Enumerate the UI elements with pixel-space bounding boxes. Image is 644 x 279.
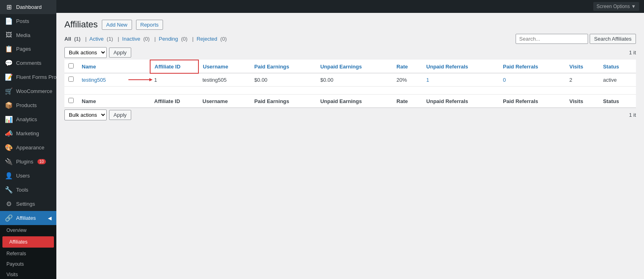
th-rate-link[interactable]: Rate bbox=[396, 64, 408, 70]
sidebar-item-dashboard[interactable]: ⊞ Dashboard bbox=[0, 0, 56, 14]
sidebar-item-label: Users bbox=[16, 173, 30, 179]
row-affiliate-id: 1 bbox=[154, 77, 157, 83]
sidebar-item-label: Dashboard bbox=[16, 4, 42, 10]
bulk-actions-select-top[interactable]: Bulk actions bbox=[64, 47, 107, 58]
sidebar-item-fluent-forms[interactable]: 📝 Fluent Forms Pro bbox=[0, 70, 56, 84]
row-status: active bbox=[603, 77, 617, 83]
search-area: Search Affiliates bbox=[516, 34, 636, 44]
select-all-footer-checkbox[interactable] bbox=[68, 98, 74, 103]
th-name-link[interactable]: Name bbox=[82, 64, 96, 70]
media-icon: 🖼 bbox=[5, 31, 13, 39]
payouts-label: Payouts bbox=[6, 261, 24, 267]
filter-links: All (1) | Active (1) | Inactive (0) | Pe… bbox=[64, 36, 228, 42]
sidebar-item-visits[interactable]: Visits bbox=[0, 269, 56, 279]
th-affiliate-id-label: Affiliate ID bbox=[155, 64, 180, 70]
dashboard-icon: ⊞ bbox=[5, 3, 13, 11]
tools-icon: 🔧 bbox=[5, 186, 13, 194]
sidebar-item-affiliates[interactable]: 🔗 Affiliates ◀ bbox=[0, 211, 56, 225]
row-unpaid-referrals: 1 bbox=[426, 77, 429, 83]
sidebar: ⊞ Dashboard 📄 Posts 🖼 Media 📋 Pages 💬 Co… bbox=[0, 0, 56, 279]
sidebar-item-plugins[interactable]: 🔌 Plugins 10 bbox=[0, 155, 56, 169]
topbar: Screen Options ▼ bbox=[56, 0, 644, 13]
woocommerce-icon: 🛒 bbox=[5, 87, 13, 95]
bulk-actions-select-bottom[interactable]: Bulk actions bbox=[64, 110, 107, 120]
table-footer-row: Name Affiliate ID Username Paid Earnings… bbox=[64, 95, 636, 108]
affiliates-table-wrapper: Name Affiliate ID Username Paid Earnings bbox=[64, 60, 636, 108]
row-name-link[interactable]: testing505 bbox=[82, 77, 106, 83]
add-new-button[interactable]: Add New bbox=[102, 20, 132, 30]
filter-active[interactable]: Active (1) bbox=[89, 36, 115, 42]
apply-button-top[interactable]: Apply bbox=[109, 48, 131, 58]
table-row: testing505 1 testing505 bbox=[64, 73, 636, 87]
count-label-top: 1 it bbox=[629, 50, 636, 56]
row-username-cell: testing505 bbox=[198, 73, 250, 87]
th-paid-earnings-link[interactable]: Paid Earnings bbox=[254, 64, 289, 70]
sidebar-item-label: Affiliates bbox=[16, 215, 36, 221]
sidebar-item-comments[interactable]: 💬 Comments bbox=[0, 56, 56, 70]
overview-label: Overview bbox=[6, 227, 27, 233]
th-paid-referrals-link[interactable]: Paid Referrals bbox=[503, 64, 538, 70]
apply-button-bottom[interactable]: Apply bbox=[109, 110, 131, 120]
th-visits-link[interactable]: Visits bbox=[570, 64, 583, 70]
th-paid-earnings: Paid Earnings bbox=[250, 60, 316, 73]
sidebar-item-products[interactable]: 📦 Products bbox=[0, 98, 56, 112]
sidebar-item-appearance[interactable]: 🎨 Appearance bbox=[0, 141, 56, 155]
row-checkbox-cell bbox=[64, 73, 78, 87]
sidebar-item-analytics[interactable]: 📊 Analytics bbox=[0, 112, 56, 126]
filter-inactive[interactable]: Inactive (0) bbox=[122, 36, 151, 42]
posts-icon: 📄 bbox=[5, 17, 13, 25]
search-input[interactable] bbox=[516, 34, 588, 44]
sidebar-item-label: Pages bbox=[16, 46, 31, 52]
rejected-count: (0) bbox=[220, 36, 227, 42]
tfoot-status: Status bbox=[599, 95, 636, 108]
sidebar-item-marketing[interactable]: 📣 Marketing bbox=[0, 126, 56, 141]
row-unpaid-earnings-cell: $0.00 bbox=[316, 73, 392, 87]
th-status: Status bbox=[599, 60, 636, 73]
sidebar-item-label: Appearance bbox=[16, 145, 44, 151]
sidebar-item-label: Settings bbox=[16, 201, 35, 207]
sidebar-item-label: Tools bbox=[16, 187, 28, 193]
sidebar-item-label: Products bbox=[16, 102, 37, 108]
sidebar-item-affiliates-sub[interactable]: Affiliates bbox=[2, 236, 54, 248]
th-unpaid-earnings-link[interactable]: Unpaid Earnings bbox=[320, 64, 362, 70]
th-status-link[interactable]: Status bbox=[603, 64, 619, 70]
screen-options-button[interactable]: Screen Options ▼ bbox=[593, 2, 639, 11]
affiliates-icon: 🔗 bbox=[5, 214, 13, 222]
filter-all[interactable]: All (1) bbox=[64, 36, 82, 42]
sidebar-item-users[interactable]: 👤 Users bbox=[0, 169, 56, 183]
sidebar-item-pages[interactable]: 📋 Pages bbox=[0, 42, 56, 56]
filter-bar: All (1) | Active (1) | Inactive (0) | Pe… bbox=[64, 34, 636, 44]
sidebar-item-label: Analytics bbox=[16, 116, 37, 122]
select-all-checkbox[interactable] bbox=[68, 63, 74, 68]
filter-pending[interactable]: Pending (0) bbox=[159, 36, 189, 42]
search-button[interactable]: Search Affiliates bbox=[590, 34, 636, 44]
tfoot-checkbox bbox=[64, 95, 78, 108]
affiliates-table: Name Affiliate ID Username Paid Earnings bbox=[64, 60, 636, 108]
th-username-link[interactable]: Username bbox=[203, 64, 228, 70]
reports-button[interactable]: Reports bbox=[136, 20, 163, 30]
row-status-cell: active bbox=[599, 73, 636, 87]
sidebar-item-overview[interactable]: Overview bbox=[0, 225, 56, 236]
tfoot-paid-referrals: Paid Referrals bbox=[499, 95, 566, 108]
th-unpaid-referrals-link[interactable]: Unpaid Referrals bbox=[426, 64, 468, 70]
row-paid-referrals-cell: 0 bbox=[499, 73, 566, 87]
row-checkbox[interactable] bbox=[68, 76, 74, 82]
spacer-row bbox=[64, 87, 636, 95]
sidebar-item-payouts[interactable]: Payouts bbox=[0, 259, 56, 269]
sidebar-item-woocommerce[interactable]: 🛒 WooCommerce bbox=[0, 84, 56, 98]
tfoot-paid-earnings: Paid Earnings bbox=[250, 95, 316, 108]
sidebar-item-label: Fluent Forms Pro bbox=[16, 74, 56, 80]
th-username: Username bbox=[198, 60, 250, 73]
sidebar-item-tools[interactable]: 🔧 Tools bbox=[0, 183, 56, 197]
sidebar-item-label: Media bbox=[16, 32, 30, 38]
sidebar-item-posts[interactable]: 📄 Posts bbox=[0, 14, 56, 28]
settings-icon: ⚙ bbox=[5, 200, 13, 208]
fluent-forms-icon: 📝 bbox=[5, 73, 13, 81]
pages-icon: 📋 bbox=[5, 45, 13, 53]
filter-rejected[interactable]: Rejected (0) bbox=[196, 36, 228, 42]
sidebar-item-referrals[interactable]: Referrals bbox=[0, 248, 56, 259]
sidebar-item-media[interactable]: 🖼 Media bbox=[0, 28, 56, 42]
sidebar-item-settings[interactable]: ⚙ Settings bbox=[0, 197, 56, 211]
sidebar-item-label: WooCommerce bbox=[16, 88, 52, 94]
sidebar-item-label: Comments bbox=[16, 60, 41, 66]
